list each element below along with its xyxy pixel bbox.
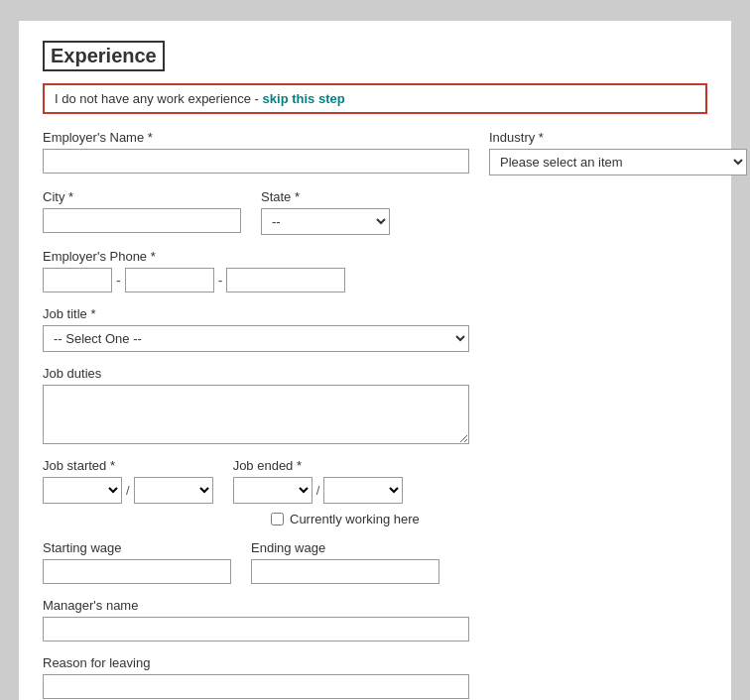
phone-middle-input[interactable]	[125, 268, 214, 292]
job-ended-label: Job ended *	[233, 458, 404, 473]
skip-banner-text: I do not have any work experience -	[55, 91, 263, 106]
job-started-label: Job started *	[43, 458, 213, 473]
job-ended-month-select[interactable]: JanFebMarApr MayJunJulAug SepOctNovDec	[233, 477, 312, 504]
currently-working-checkbox[interactable]	[271, 513, 284, 525]
reason-input[interactable]	[43, 674, 469, 699]
state-label: State *	[261, 189, 390, 204]
city-label: City *	[43, 189, 241, 204]
experience-form: Experience I do not have any work experi…	[18, 20, 732, 700]
phone-area-input[interactable]	[43, 268, 112, 292]
starting-wage-input[interactable]	[43, 559, 231, 584]
job-started-slash: /	[126, 483, 130, 498]
managers-name-input[interactable]	[43, 617, 469, 642]
managers-name-label: Manager's name	[43, 598, 469, 613]
phone-dash-2: -	[218, 273, 223, 289]
job-title-select[interactable]: -- Select One --	[43, 325, 469, 352]
ending-wage-label: Ending wage	[251, 540, 439, 555]
skip-banner: I do not have any work experience - skip…	[43, 83, 707, 114]
page-title: Experience	[43, 41, 165, 71]
city-input[interactable]	[43, 208, 241, 233]
state-select[interactable]: -- ALAKAZAR CACOCTDE FLGAHIID ILINIAKS K…	[261, 208, 390, 235]
phone-dash-1: -	[116, 273, 121, 289]
job-title-label: Job title *	[43, 306, 469, 321]
industry-select[interactable]: Please select an item	[489, 149, 747, 175]
phone-label: Employer's Phone *	[43, 249, 707, 264]
industry-label: Industry *	[489, 130, 747, 145]
currently-working-row: Currently working here	[271, 512, 707, 526]
employer-name-input[interactable]	[43, 149, 469, 174]
employer-name-label: Employer's Name *	[43, 130, 469, 145]
job-started-month-select[interactable]: JanFebMarApr MayJunJulAug SepOctNovDec	[43, 477, 122, 504]
ending-wage-input[interactable]	[251, 559, 439, 584]
starting-wage-label: Starting wage	[43, 540, 231, 555]
job-ended-slash: /	[316, 483, 320, 498]
job-duties-label: Job duties	[43, 366, 469, 381]
currently-working-label: Currently working here	[290, 512, 420, 526]
job-duties-textarea[interactable]	[43, 385, 469, 444]
reason-label: Reason for leaving	[43, 655, 469, 670]
skip-this-step-link[interactable]: skip this step	[263, 91, 345, 106]
phone-last-input[interactable]	[226, 268, 345, 292]
job-started-year-select[interactable]: 2024202320222021 2020201920182017 201620…	[134, 477, 213, 504]
job-ended-year-select[interactable]: 2024202320222021 2020201920182017 201620…	[323, 477, 403, 504]
